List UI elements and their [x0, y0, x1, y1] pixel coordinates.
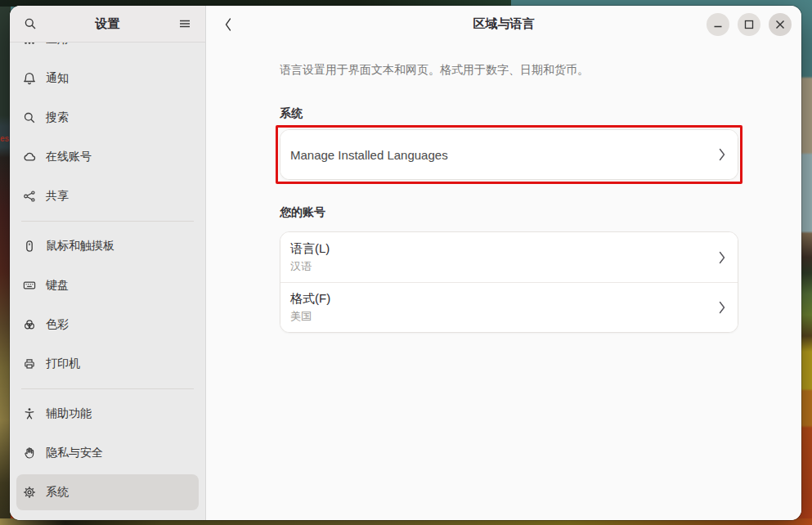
sidebar-header: 设置: [10, 6, 205, 43]
search-button[interactable]: [18, 11, 43, 36]
main-menu-button[interactable]: [173, 11, 197, 36]
sidebar-item-label: 打印机: [46, 357, 80, 371]
sidebar-item-search[interactable]: 搜索: [16, 100, 199, 136]
row-subtitle: 美国: [290, 309, 718, 324]
chevron-right-icon: [718, 250, 726, 265]
page-description: 语言设置用于界面文本和网页。格式用于数字、日期和货币。: [280, 62, 738, 77]
magnifier-icon: [23, 111, 36, 124]
accessibility-person-icon: [23, 407, 36, 420]
row-subtitle: 汉语: [290, 259, 718, 274]
back-button[interactable]: [216, 12, 240, 37]
share-icon: [23, 190, 36, 203]
keyboard-icon: [23, 279, 36, 292]
printer-icon: [23, 357, 36, 370]
sidebar-list: 应用 通知 搜索: [10, 21, 205, 520]
sidebar-item-label: 键盘: [46, 278, 69, 293]
close-button[interactable]: [769, 13, 792, 36]
mouse-icon: [23, 240, 36, 253]
sidebar-item-label: 色彩: [46, 317, 69, 332]
sidebar-item-notifications[interactable]: 通知: [16, 61, 199, 96]
back-chevron-icon: [222, 16, 235, 34]
minimize-icon: [713, 20, 723, 29]
system-rows-card: Manage Installed Languages: [280, 129, 738, 180]
maximize-button[interactable]: [738, 13, 760, 36]
language-row[interactable]: 语言(L) 汉语: [280, 232, 738, 282]
main-headerbar: 区域与语言: [206, 6, 801, 43]
sidebar-item-color[interactable]: 色彩: [16, 307, 199, 343]
sidebar-item-label: 辅助功能: [46, 406, 92, 421]
sidebar-item-label: 共享: [46, 189, 69, 204]
bell-icon: [23, 72, 36, 85]
sidebar-item-online-accounts[interactable]: 在线账号: [16, 139, 199, 175]
row-texts: 语言(L) 汉语: [290, 241, 718, 274]
account-rows-card: 语言(L) 汉语 格式(F) 美国: [280, 231, 738, 333]
minimize-button[interactable]: [707, 13, 729, 36]
window-controls: [707, 13, 792, 36]
sidebar-item-keyboard[interactable]: 键盘: [16, 267, 199, 303]
color-profiles-icon: [23, 318, 36, 331]
row-texts: 格式(F) 美国: [290, 291, 718, 324]
gear-icon: [23, 486, 36, 499]
main-pane: 区域与语言 语言: [206, 6, 801, 520]
row-title: Manage Installed Languages: [290, 148, 718, 162]
settings-window: 设置 应用: [10, 6, 801, 520]
sidebar-item-sharing[interactable]: 共享: [16, 178, 199, 214]
sidebar-app-title: 设置: [43, 16, 173, 32]
close-icon: [775, 20, 785, 29]
manage-installed-languages-row[interactable]: Manage Installed Languages: [280, 130, 738, 179]
sidebar-item-label: 系统: [46, 485, 69, 500]
formats-row[interactable]: 格式(F) 美国: [280, 282, 738, 332]
sidebar-item-label: 隐私与安全: [46, 446, 103, 460]
sidebar-item-mouse-touchpad[interactable]: 鼠标和触摸板: [16, 228, 199, 264]
row-texts: Manage Installed Languages: [290, 148, 718, 162]
sidebar-item-system[interactable]: 系统: [16, 474, 199, 510]
desktop-icon-label-fragment: es: [0, 134, 9, 143]
sidebar-item-label: 通知: [46, 71, 69, 86]
row-title: 格式(F): [290, 291, 718, 307]
sidebar-item-privacy-security[interactable]: 隐私与安全: [16, 435, 199, 471]
sidebar-divider: [21, 221, 194, 222]
row-title: 语言(L): [290, 241, 718, 257]
cloud-icon: [23, 150, 36, 164]
section-title-your-account: 您的账号: [280, 205, 738, 220]
chevron-right-icon: [718, 300, 726, 315]
maximize-icon: [744, 20, 754, 29]
sidebar-item-printers[interactable]: 打印机: [16, 346, 199, 382]
chevron-right-icon: [718, 147, 726, 162]
hamburger-menu-icon: [179, 18, 191, 29]
region-language-content: 语言设置用于界面文本和网页。格式用于数字、日期和货币。 系统 Manage In…: [206, 43, 738, 333]
search-icon: [24, 17, 37, 30]
sidebar: 设置 应用: [10, 6, 206, 520]
sidebar-item-label: 鼠标和触摸板: [46, 239, 114, 254]
sidebar-item-label: 搜索: [46, 110, 69, 125]
hand-icon: [23, 446, 36, 460]
section-title-system: 系统: [280, 106, 738, 121]
sidebar-item-accessibility[interactable]: 辅助功能: [16, 396, 199, 432]
sidebar-item-label: 在线账号: [46, 150, 92, 164]
sidebar-divider: [21, 388, 194, 389]
annotation-highlight-box: Manage Installed Languages: [276, 125, 742, 184]
